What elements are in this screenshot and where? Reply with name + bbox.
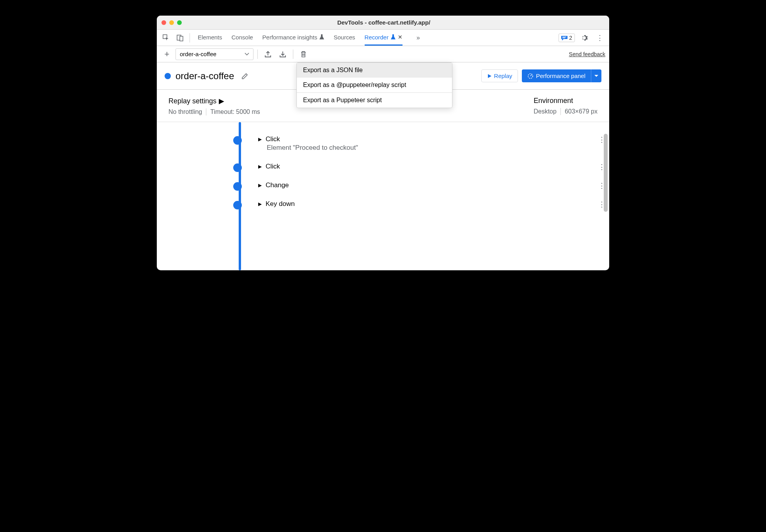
recording-dropdown[interactable]: order-a-coffee bbox=[176, 48, 254, 60]
divider bbox=[257, 50, 258, 59]
step-item[interactable]: ▶ Click Element "Proceed to checkout" ⋮ bbox=[235, 130, 598, 157]
window-title: DevTools - coffee-cart.netlify.app/ bbox=[182, 19, 586, 26]
caret-right-icon: ▶ bbox=[258, 137, 262, 142]
tab-performance-insights[interactable]: Performance insights bbox=[262, 30, 324, 46]
inspect-element-icon[interactable] bbox=[160, 32, 172, 44]
tab-console[interactable]: Console bbox=[232, 30, 253, 46]
svg-rect-4 bbox=[562, 37, 565, 38]
export-menu: Export as a JSON file Export as a @puppe… bbox=[296, 62, 452, 108]
throttling-value[interactable]: No throttling bbox=[168, 108, 202, 115]
device-toggle-icon[interactable] bbox=[174, 32, 186, 44]
environment-values: Desktop 603×679 px bbox=[534, 108, 598, 115]
caret-right-icon: ▶ bbox=[258, 164, 262, 169]
recording-name: order-a-coffee bbox=[180, 51, 216, 57]
caret-right-icon: ▶ bbox=[258, 201, 262, 207]
traffic-lights bbox=[161, 20, 182, 25]
step-dot bbox=[233, 136, 242, 145]
recording-header: order-a-coffee Replay Performance panel bbox=[157, 62, 609, 90]
step-item[interactable]: ▶ Change ⋮ bbox=[235, 176, 598, 195]
more-tabs-icon[interactable]: » bbox=[412, 32, 424, 44]
recorder-toolbar: + order-a-coffee Send feedback bbox=[157, 46, 609, 62]
tab-label: Recorder bbox=[365, 34, 389, 41]
scrollbar-thumb[interactable] bbox=[604, 134, 608, 212]
issues-badge[interactable]: 2 bbox=[559, 34, 575, 42]
divider bbox=[560, 108, 561, 115]
more-menu-icon[interactable]: ⋮ bbox=[594, 32, 606, 44]
step-dot bbox=[233, 201, 242, 209]
environment-label: Environment bbox=[534, 97, 598, 105]
close-window-button[interactable] bbox=[161, 20, 166, 25]
maximize-window-button[interactable] bbox=[177, 20, 182, 25]
divider bbox=[190, 33, 190, 43]
svg-rect-3 bbox=[562, 37, 566, 37]
viewport-value: 603×679 px bbox=[565, 108, 598, 115]
replay-button[interactable]: Replay bbox=[481, 69, 518, 82]
recording-status-dot bbox=[165, 73, 171, 79]
play-icon bbox=[487, 74, 492, 78]
export-puppeteer-replay-item[interactable]: Export as a @puppeteer/replay script bbox=[297, 78, 452, 92]
replay-settings-toggle[interactable]: Replay settings ▶ bbox=[168, 97, 260, 105]
step-item[interactable]: ▶ Key down ⋮ bbox=[235, 195, 598, 213]
flask-icon bbox=[319, 34, 324, 40]
export-json-item[interactable]: Export as a JSON file bbox=[297, 63, 452, 78]
chevron-down-icon bbox=[245, 53, 249, 56]
close-tab-icon[interactable]: ✕ bbox=[398, 34, 403, 40]
performance-panel-button[interactable]: Performance panel bbox=[522, 69, 591, 82]
issues-count: 2 bbox=[569, 35, 572, 41]
performance-panel-dropdown[interactable] bbox=[591, 69, 601, 82]
device-value: Desktop bbox=[534, 108, 557, 115]
divider bbox=[293, 50, 293, 59]
recording-actions: Replay Performance panel bbox=[481, 69, 601, 82]
step-subtitle: Element "Proceed to checkout" bbox=[267, 144, 598, 152]
export-icon[interactable] bbox=[262, 48, 274, 60]
step-item[interactable]: ▶ Click ⋮ bbox=[235, 157, 598, 176]
minimize-window-button[interactable] bbox=[169, 20, 174, 25]
environment-settings: Environment Desktop 603×679 px bbox=[534, 97, 598, 115]
replay-settings-label: Replay settings bbox=[168, 97, 216, 105]
send-feedback-link[interactable]: Send feedback bbox=[569, 51, 605, 57]
tabs-right-controls: 2 ⋮ bbox=[559, 32, 606, 44]
timeout-value[interactable]: Timeout: 5000 ms bbox=[210, 108, 260, 115]
caret-right-icon: ▶ bbox=[258, 183, 262, 188]
devtools-tabs-row: Elements Console Performance insights So… bbox=[157, 30, 609, 46]
gauge-icon bbox=[527, 73, 534, 79]
divider bbox=[206, 108, 206, 115]
export-puppeteer-item[interactable]: Export as a Puppeteer script bbox=[297, 93, 452, 108]
recording-title: order-a-coffee bbox=[176, 71, 234, 82]
svg-rect-2 bbox=[180, 36, 183, 41]
step-title: Click bbox=[266, 135, 280, 143]
window-titlebar: DevTools - coffee-cart.netlify.app/ bbox=[157, 16, 609, 30]
steps-timeline: ▶ Click Element "Proceed to checkout" ⋮ … bbox=[157, 122, 609, 270]
delete-icon[interactable] bbox=[297, 48, 310, 60]
step-dot bbox=[233, 182, 242, 191]
step-dot bbox=[233, 163, 242, 172]
tab-elements[interactable]: Elements bbox=[198, 30, 222, 46]
new-recording-icon[interactable]: + bbox=[161, 48, 173, 60]
step-title: Click bbox=[266, 163, 280, 170]
tab-label: Performance insights bbox=[262, 34, 317, 41]
replay-settings: Replay settings ▶ No throttling Timeout:… bbox=[168, 97, 260, 115]
caret-right-icon: ▶ bbox=[219, 97, 224, 105]
replay-settings-values: No throttling Timeout: 5000 ms bbox=[168, 108, 260, 115]
perf-panel-label: Performance panel bbox=[536, 73, 585, 79]
devtools-tabs: Elements Console Performance insights So… bbox=[193, 30, 557, 46]
step-title: Change bbox=[266, 181, 289, 189]
step-title: Key down bbox=[266, 200, 295, 208]
devtools-window: DevTools - coffee-cart.netlify.app/ Elem… bbox=[157, 16, 609, 270]
tab-recorder[interactable]: Recorder ✕ bbox=[365, 30, 403, 46]
import-icon[interactable] bbox=[277, 48, 289, 60]
replay-label: Replay bbox=[494, 73, 512, 79]
performance-panel-split-button: Performance panel bbox=[522, 69, 601, 82]
flask-icon bbox=[391, 34, 395, 40]
tab-sources[interactable]: Sources bbox=[333, 30, 355, 46]
settings-gear-icon[interactable] bbox=[578, 32, 590, 44]
edit-title-icon[interactable] bbox=[239, 70, 251, 82]
